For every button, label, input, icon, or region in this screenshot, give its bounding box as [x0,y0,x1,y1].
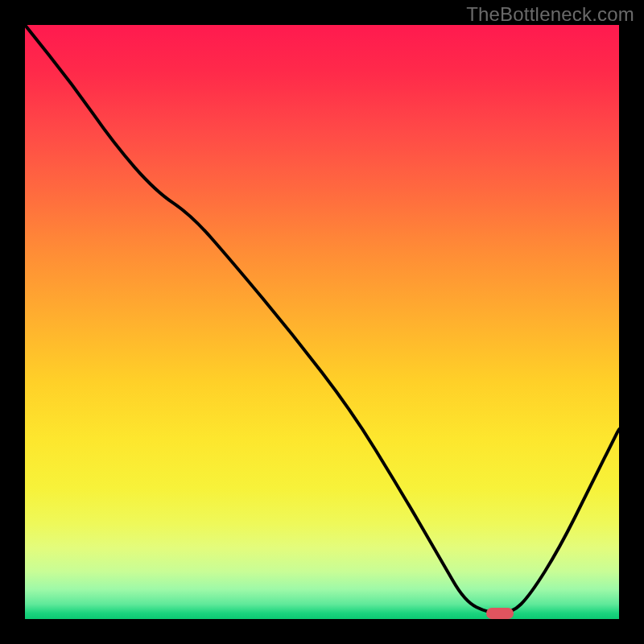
curve-overlay [25,25,619,619]
chart-frame: TheBottleneck.com [0,0,644,644]
bottleneck-curve-path [25,25,619,613]
optimal-marker [486,608,514,619]
watermark-text: TheBottleneck.com [466,3,634,26]
